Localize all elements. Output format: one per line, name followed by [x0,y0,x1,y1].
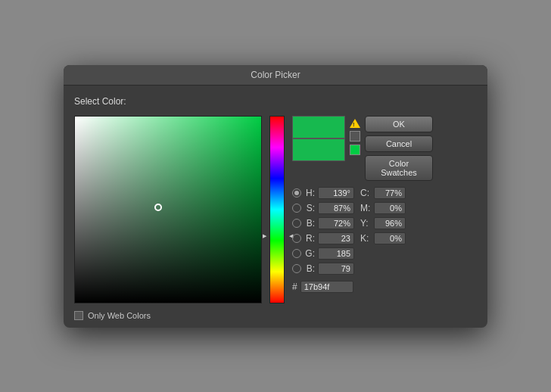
k-label: K: [360,233,371,244]
ok-button[interactable]: OK [365,116,433,132]
color-new [292,116,345,138]
dialog-title: Color Picker [251,70,300,80]
s-radio[interactable] [292,204,301,213]
h-field-row: H: [292,187,354,199]
select-color-label: Select Color: [74,96,477,107]
hex-input[interactable] [300,281,353,293]
web-safe-icon[interactable] [350,131,360,142]
b-radio[interactable] [292,219,301,228]
r-radio[interactable] [292,234,301,243]
s-label: S: [304,203,315,213]
gradient-picker[interactable] [74,116,262,303]
right-panel: ! OK Cancel Color Swatches [292,116,477,293]
color-preview-box [292,116,345,161]
r-input[interactable] [318,232,354,244]
b2-label: B: [304,263,315,274]
cancel-button[interactable]: Cancel [365,135,433,152]
hex-row: # [292,281,477,293]
hue-slider[interactable] [269,116,285,303]
color-picker-dialog: Color Picker Select Color: [64,65,487,328]
h-label: H: [304,188,315,198]
h-radio[interactable] [292,188,301,198]
y-label: Y: [360,218,371,229]
r-label: R: [304,233,315,244]
c-field-row: C: [360,187,406,199]
b2-field-row: B: [292,263,354,275]
s-field-row: S: [292,202,354,214]
c-input[interactable] [374,187,406,199]
m-input[interactable] [374,202,406,214]
s-input[interactable] [318,202,354,214]
color-preview-area: ! OK Cancel Color Swatches [292,116,477,181]
b-input[interactable] [318,217,354,229]
g-label: G: [304,248,315,259]
h-input[interactable] [318,187,354,199]
preview-icons: ! [350,116,360,155]
b2-radio[interactable] [292,264,301,273]
fields-section: H: S: B: [292,187,477,275]
b-label: B: [304,218,315,229]
y-input[interactable] [374,217,406,229]
m-field-row: M: [360,202,406,214]
r-field-row: R: [292,232,354,244]
g-field-row: G: [292,247,354,260]
g-radio[interactable] [292,249,301,258]
web-colors-label: Only Web Colors [88,311,151,320]
web-colors-checkbox[interactable] [74,311,83,320]
c-label: C: [360,188,371,198]
m-label: M: [360,203,371,213]
warning-icon[interactable]: ! [350,119,360,128]
title-bar: Color Picker [64,65,487,86]
k-input[interactable] [374,232,406,244]
fields-left: H: S: B: [292,187,354,275]
fields-right: C: M: Y: K: [360,187,406,275]
hex-label: # [292,282,297,292]
color-swatches-button[interactable]: Color Swatches [365,155,433,181]
main-row: ! OK Cancel Color Swatches [74,116,477,303]
color-current [292,138,345,161]
buttons-column: OK Cancel Color Swatches [365,116,433,181]
k-field-row: K: [360,232,406,244]
b-field-row: B: [292,217,354,229]
gradient-black-overlay [75,117,261,303]
b2-input[interactable] [318,263,354,275]
hue-thumb [267,234,288,238]
bottom-row: Only Web Colors [74,311,477,320]
g-input[interactable] [318,247,354,260]
dialog-body: Select Color: [64,86,487,328]
web-safe-green-icon[interactable] [350,145,360,155]
y-field-row: Y: [360,217,406,229]
